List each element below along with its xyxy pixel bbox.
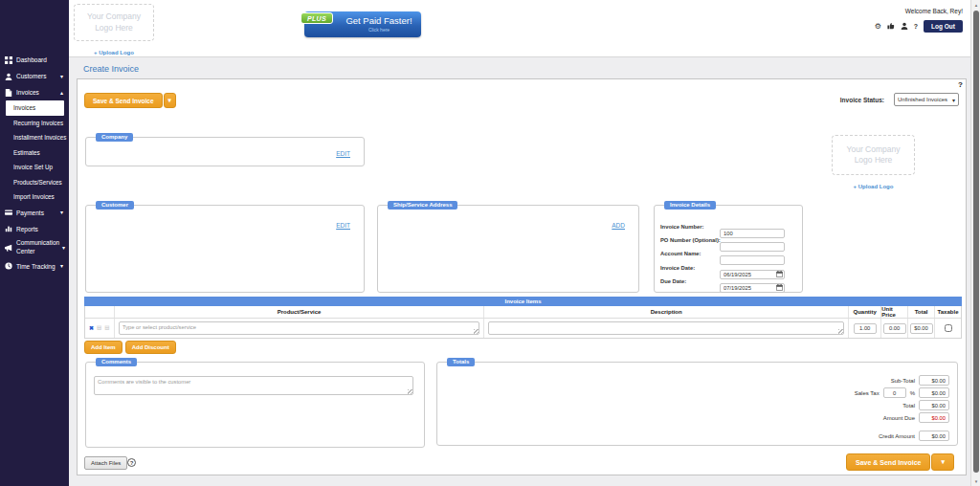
reports-icon (5, 225, 12, 232)
sidebar-item-dashboard[interactable]: Dashboard (0, 52, 69, 68)
welcome-text: Welcome Back, Rey! (875, 8, 963, 14)
description-input[interactable] (488, 321, 844, 335)
invoice-status-select[interactable]: Unfinished Invoices ▾ (894, 93, 959, 106)
product-service-input[interactable] (119, 321, 479, 335)
company-edit-link[interactable]: EDIT (336, 150, 350, 157)
panel-help-icon[interactable]: ? (958, 80, 963, 89)
scrollbar-thumb[interactable] (973, 11, 979, 473)
chevron-down-icon: ▾ (62, 245, 65, 251)
sub-total-row: Sub-Total (891, 375, 949, 386)
taxable-checkbox[interactable] (945, 324, 952, 332)
add-item-button[interactable]: Add Item (84, 341, 122, 354)
ship-service-address-section: Ship/Service Address ADD (377, 205, 639, 293)
add-buttons-row: Add Item Add Discount (84, 341, 176, 354)
sub-total-label: Sub-Total (891, 378, 915, 384)
sidebar-item-payments[interactable]: Payments ▾ (0, 205, 69, 221)
upload-logo-link[interactable]: + Upload Logo (854, 184, 894, 189)
calendar-icon[interactable] (776, 264, 783, 271)
sales-tax-label: Sales Tax (855, 390, 880, 396)
company-logo-placeholder[interactable]: Your Company Logo Here (74, 4, 154, 41)
sidebar-item-label: Reports (16, 226, 38, 232)
attach-help-icon[interactable]: ? (127, 458, 136, 467)
total-row: Total (902, 400, 949, 410)
dashboard-icon (5, 56, 12, 64)
logo-placeholder-text: Your Company (75, 11, 153, 22)
banner-click-here: Click here (337, 27, 421, 33)
sales-tax-rate-input[interactable] (883, 387, 906, 398)
logo-placeholder-text: Logo Here (75, 23, 153, 33)
delete-row-icon[interactable]: ✖ (89, 325, 94, 331)
help-icon[interactable]: ? (914, 23, 918, 30)
save-send-dropdown-button[interactable]: ▾ (931, 453, 954, 471)
items-table-header: Product/Service Description Quantity Uni… (85, 306, 961, 319)
company-logo-placeholder[interactable]: Your Company Logo Here (832, 135, 915, 175)
save-send-dropdown-button[interactable]: ▾ (164, 93, 176, 108)
payments-icon (5, 209, 12, 216)
sidebar-item-invoices[interactable]: Invoices ▴ (0, 84, 69, 100)
log-out-button[interactable]: Log Out (924, 20, 963, 33)
total-label: Total (902, 403, 915, 409)
sidebar-item-label: Payments (16, 210, 44, 216)
sidebar-subitem-invoices[interactable]: Invoices (6, 100, 64, 116)
invoice-app: Dashboard Customers ▾ Invoices ▴ Invoice… (0, 0, 980, 486)
sidebar-item-reports[interactable]: Reports (0, 221, 69, 237)
line-total-input[interactable] (910, 323, 933, 334)
calendar-icon[interactable] (776, 277, 783, 284)
upload-logo-link[interactable]: + Upload Logo (94, 50, 134, 55)
sidebar-subitem-products-services[interactable]: Products/Services (0, 175, 69, 190)
resize-handle[interactable] (408, 389, 412, 394)
quantity-column-header: Quantity (848, 306, 880, 318)
thumbs-up-icon[interactable] (887, 22, 895, 32)
sidebar-subitem-estimates[interactable]: Estimates (0, 145, 69, 161)
sidebar-item-time-tracking[interactable]: Time Tracking ▾ (0, 258, 69, 275)
user-area: Welcome Back, Rey! ⚙ ? Log Out (875, 8, 963, 33)
user-icon[interactable] (901, 22, 908, 32)
gear-icon[interactable]: ⚙ (875, 23, 881, 31)
field-label: Invoice Number: (660, 224, 703, 230)
sidebar-subitem-recurring-invoices[interactable]: Recurring Invoices (0, 116, 69, 131)
sidebar-subitem-installment-invoices[interactable]: Installment Invoices (0, 130, 69, 145)
banner-text: Get Paid Faster! Click here (337, 11, 421, 33)
sidebar-subitem-invoice-set-up[interactable]: Invoice Set Up (0, 160, 69, 175)
attach-files-button[interactable]: Attach Files (84, 456, 127, 470)
percent-sign: % (910, 390, 915, 396)
resize-handle[interactable] (838, 329, 843, 334)
row-actions-column (85, 306, 114, 318)
unit-price-input[interactable] (883, 323, 906, 334)
scroll-down-icon[interactable]: ▾ (971, 477, 980, 485)
sidebar-item-customers[interactable]: Customers ▾ (0, 68, 69, 84)
ship-address-legend: Ship/Service Address (388, 201, 457, 210)
insert-row-icon[interactable]: ▤ (104, 325, 109, 331)
amount-due-label: Amount Due (883, 415, 915, 421)
customer-section: Customer EDIT (85, 205, 365, 293)
sidebar-item-label: Dashboard (16, 56, 47, 63)
subitem-label: Invoice Set Up (13, 164, 53, 170)
taxable-column-header: Taxable (934, 306, 961, 318)
invoice-status-row: Invoice Status: Unfinished Invoices ▾ (840, 93, 959, 106)
add-discount-button[interactable]: Add Discount (125, 341, 176, 354)
reorder-row-icon[interactable]: ▤ (97, 325, 101, 331)
invoice-item-row: ✖ ▤ ▤ (85, 319, 961, 338)
clock-icon (5, 262, 12, 270)
scroll-up-icon[interactable]: ▴ (971, 1, 980, 9)
sidebar-subitem-import-invoices[interactable]: Import Invoices (0, 189, 69, 205)
comments-input[interactable] (94, 376, 413, 395)
megaphone-icon (5, 244, 12, 252)
banner-title: Get Paid Faster! (337, 15, 421, 26)
credit-amount-label: Credit Amount (879, 433, 915, 439)
quantity-input[interactable] (854, 323, 877, 334)
subitem-label: Invoices (13, 104, 35, 111)
invoice-details-legend: Invoice Details (664, 201, 716, 210)
due-date-input[interactable] (720, 283, 785, 293)
resize-handle[interactable] (474, 329, 479, 334)
field-label: Account Name: (660, 251, 702, 256)
save-send-invoice-button[interactable]: Save & Send Invoice (846, 453, 930, 471)
vertical-scrollbar[interactable]: ▴ ▾ (970, 0, 980, 486)
invoice-number-row: Invoice Number: (660, 221, 797, 232)
account-name-row: Account Name: (660, 248, 797, 258)
save-send-invoice-button[interactable]: Save & Send Invoice (84, 93, 163, 108)
ship-address-add-link[interactable]: ADD (612, 222, 625, 229)
get-paid-faster-banner[interactable]: PLUS Get Paid Faster! Click here (304, 11, 421, 37)
sidebar-item-communication-center[interactable]: Communication Center ▾ (0, 237, 69, 258)
customer-edit-link[interactable]: EDIT (336, 222, 350, 229)
